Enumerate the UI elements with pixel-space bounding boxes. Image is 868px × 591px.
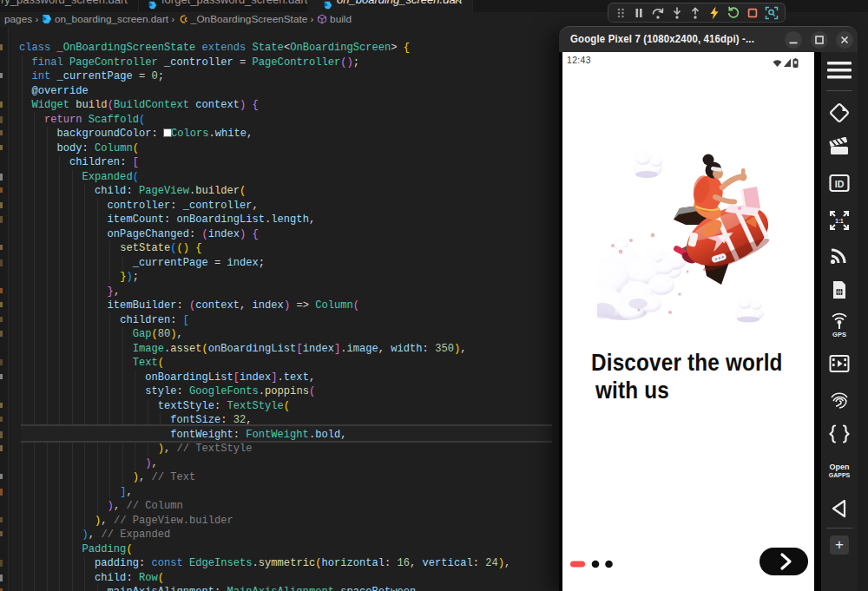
- svg-text:GPS: GPS: [832, 331, 846, 338]
- svg-text:ID: ID: [835, 179, 845, 189]
- svg-text:1:1: 1:1: [835, 218, 844, 224]
